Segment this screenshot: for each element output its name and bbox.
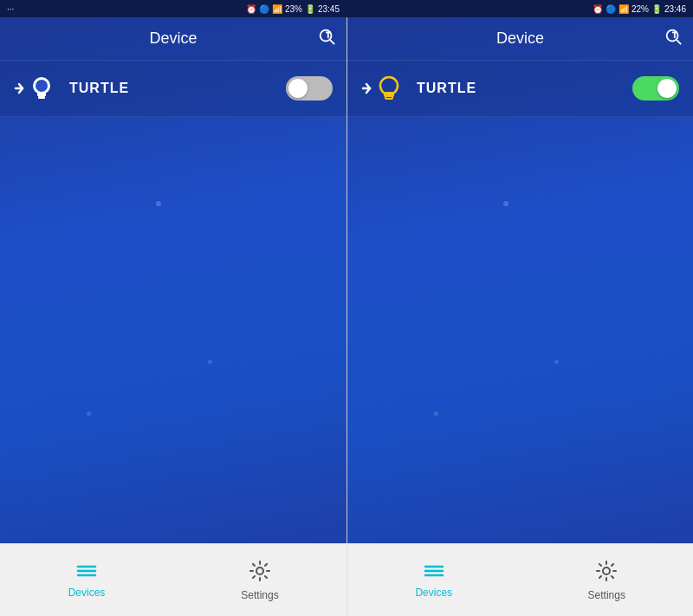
status-bar-left: ··· ⏰🔵📶23% 🔋23:45 <box>0 0 346 17</box>
device-name-right: TURTLE <box>417 81 632 96</box>
nav-label-settings-right: Settings <box>588 589 625 601</box>
screen-right: Device <box>347 17 693 543</box>
nav-label-devices-left: Devices <box>68 587 106 599</box>
device-row-right[interactable]: TURTLE <box>347 61 693 117</box>
settings-icon-right <box>595 560 618 586</box>
screen-left-header: Device <box>0 17 346 61</box>
screen-right-header: Device <box>347 17 693 61</box>
toggle-left[interactable] <box>286 76 333 101</box>
bottom-nav-right: Devices Settings <box>347 544 693 616</box>
screens-container: Device <box>0 17 693 543</box>
device-name-left: TURTLE <box>69 81 286 96</box>
svg-rect-20 <box>385 96 392 99</box>
screen-right-title: Device <box>496 29 544 48</box>
status-icons-right: ⏰🔵📶22% 🔋23:46 <box>593 4 686 14</box>
nav-item-settings-right[interactable]: Settings <box>521 544 694 616</box>
svg-point-28 <box>603 567 610 574</box>
screen-left-content <box>0 117 346 543</box>
status-bars: ··· ⏰🔵📶23% 🔋23:45 ··· ⏰🔵📶22% 🔋23:46 <box>0 0 693 17</box>
svg-point-10 <box>36 80 48 92</box>
status-dots-left: ··· <box>7 4 14 14</box>
svg-line-1 <box>330 40 334 44</box>
bulb-icon-off <box>14 73 61 104</box>
devices-icon-left <box>75 562 98 583</box>
nav-item-devices-right[interactable]: Devices <box>347 544 521 616</box>
screen-left-title: Device <box>149 29 197 48</box>
devices-icon-right <box>423 562 445 583</box>
device-row-left[interactable]: TURTLE <box>0 61 346 117</box>
nav-label-settings-left: Settings <box>241 589 278 601</box>
bottom-nav-container: Devices Settings Devices <box>0 543 693 616</box>
nav-item-devices-left[interactable]: Devices <box>0 544 173 616</box>
screen-left: Device <box>0 17 346 543</box>
status-bar-right: ··· ⏰🔵📶22% 🔋23:46 <box>346 0 693 17</box>
screen-right-content <box>347 117 693 543</box>
search-button-left[interactable] <box>317 27 336 50</box>
toggle-right[interactable] <box>632 76 679 101</box>
svg-line-12 <box>677 40 681 44</box>
nav-label-devices-right: Devices <box>415 587 452 599</box>
search-button-right[interactable] <box>664 27 683 50</box>
svg-rect-8 <box>37 93 46 96</box>
status-icons-left: ⏰🔵📶23% 🔋23:45 <box>246 4 340 14</box>
settings-icon-left <box>249 560 271 586</box>
svg-point-24 <box>256 567 263 574</box>
bottom-nav-left: Devices Settings <box>0 544 346 616</box>
nav-item-settings-left[interactable]: Settings <box>173 544 346 616</box>
bulb-icon-on <box>361 73 408 104</box>
svg-rect-9 <box>38 96 45 99</box>
